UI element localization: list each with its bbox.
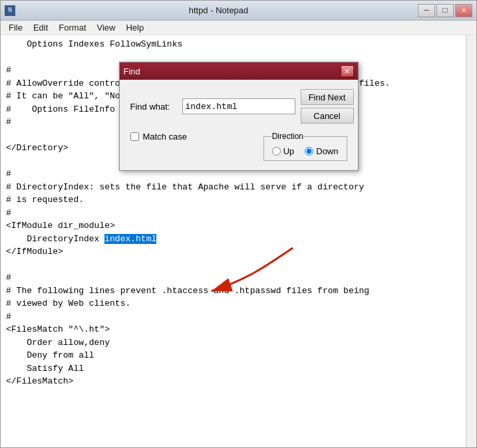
- find-dialog: Find ✕ Find what: Find Next Cancel: [119, 62, 359, 171]
- app-icon: N: [5, 5, 15, 16]
- direction-radio-row: Up Down: [272, 146, 339, 156]
- dialog-buttons: Find Next Cancel: [301, 89, 354, 124]
- direction-group: Direction Up Down: [263, 132, 347, 161]
- dialog-close-button[interactable]: ✕: [341, 65, 354, 77]
- vertical-scrollbar[interactable]: [466, 35, 476, 447]
- direction-up-radio[interactable]: [272, 147, 281, 156]
- match-case-row: Match case: [130, 132, 187, 142]
- match-case-checkbox[interactable]: [130, 132, 139, 141]
- menu-help[interactable]: Help: [120, 21, 149, 34]
- menu-bar: File Edit Format View Help: [1, 21, 476, 35]
- dialog-body: Find what: Find Next Cancel Match case: [120, 80, 358, 170]
- dialog-title-bar: Find ✕: [120, 62, 358, 80]
- direction-down-option[interactable]: Down: [305, 146, 338, 156]
- menu-view[interactable]: View: [92, 21, 121, 34]
- direction-down-label: Down: [316, 146, 338, 156]
- menu-file[interactable]: File: [3, 21, 28, 34]
- direction-up-option[interactable]: Up: [272, 146, 295, 156]
- find-what-row: Find what: Find Next Cancel: [130, 89, 347, 124]
- restore-button[interactable]: □: [436, 4, 454, 17]
- find-next-button[interactable]: Find Next: [301, 89, 354, 105]
- title-bar: N httpd - Notepad ─ □ ✕: [1, 1, 476, 21]
- find-what-label: Find what:: [130, 102, 177, 112]
- menu-format[interactable]: Format: [53, 21, 91, 34]
- close-button[interactable]: ✕: [455, 4, 472, 17]
- cancel-button[interactable]: Cancel: [301, 108, 354, 124]
- menu-edit[interactable]: Edit: [28, 21, 53, 34]
- dialog-lower-row: Match case Direction Up: [130, 132, 347, 161]
- find-what-input[interactable]: [182, 98, 295, 114]
- direction-legend: Direction: [272, 132, 303, 141]
- minimize-button[interactable]: ─: [418, 4, 435, 17]
- main-window: N httpd - Notepad ─ □ ✕ File Edit Format…: [0, 0, 477, 448]
- window-title: httpd - Notepad: [19, 5, 418, 15]
- window-controls: ─ □ ✕: [418, 4, 472, 17]
- match-case-label: Match case: [143, 132, 187, 142]
- direction-up-label: Up: [283, 146, 295, 156]
- direction-down-radio[interactable]: [305, 147, 313, 156]
- highlighted-text: index.html: [104, 234, 156, 244]
- dialog-title: Find: [124, 66, 140, 76]
- editor-wrapper: Options Indexes FollowSymLinks # # Allow…: [1, 35, 476, 447]
